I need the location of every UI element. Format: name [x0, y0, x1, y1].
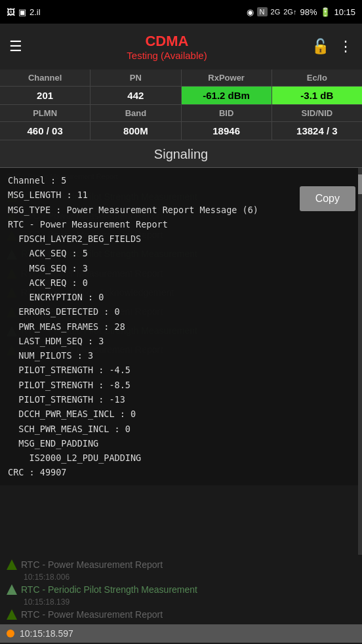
below-item-power2: RTC - Power Measurement Report: [0, 607, 362, 622]
below-item-pilot: RTC - Periodic Pilot Strength Measuremen…: [0, 582, 362, 597]
top-bar: ☰ CDMA Testing (Available) 🔓 ⋮: [0, 24, 362, 70]
bid-value: 18946: [182, 122, 272, 140]
image-icon: 🖼: [7, 7, 15, 17]
hamburger-menu-button[interactable]: ☰: [9, 38, 22, 55]
more-options-icon[interactable]: ⋮: [338, 38, 353, 55]
below-item-time1: 10:15:18.006: [0, 572, 362, 582]
msg-line-1: Channel : 5: [8, 173, 354, 188]
battery-level: 98%: [300, 7, 317, 17]
status-right: ◉ N 2G 2G↑ 98% 🔋 10:15: [247, 7, 355, 17]
msg-line-18: SCH_PWR_MEAS_INCL : 0: [8, 422, 354, 436]
network-2g-icon: 2G: [271, 8, 281, 16]
msg-line-9: ENCRYPTION : 0: [8, 290, 354, 304]
channel-header: Channel: [0, 70, 90, 86]
msg-line-4: RTC - Power Measurement Report: [8, 217, 354, 231]
nfc-badge: N: [257, 7, 268, 16]
scrollbar-thumb: [358, 174, 362, 194]
msg-line-20: IS2000_L2_PDU_PADDING: [8, 451, 354, 465]
band-header: Band: [90, 105, 181, 121]
rxpower-value: -61.2 dBm: [182, 87, 272, 104]
bottom-timestamp-bar: 10:15:18.597: [0, 624, 362, 643]
battery-icon: 🔋: [320, 7, 331, 17]
below-item-time2: 10:15:18.139: [0, 597, 362, 607]
msg-line-12: LAST_HDM_SEQ : 3: [8, 334, 354, 348]
info-grid: Channel PN RxPower Ec/Io 201 442 -61.2 d…: [0, 70, 362, 140]
msg-line-21: CRC : 49907: [8, 465, 354, 479]
msg-line-19: MSG_END_PADDING: [8, 436, 354, 451]
signal-text: 2.il: [30, 7, 41, 17]
signal-icon: ▣: [18, 7, 26, 17]
below-items: RTC - Power Measurement Report 10:15:18.…: [0, 555, 362, 624]
copy-button[interactable]: Copy: [300, 186, 355, 211]
rxpower-header: RxPower: [182, 70, 272, 86]
msg-line-5: FDSCH_LAYER2_BEG_FIELDS: [8, 231, 354, 246]
app-subtitle: Testing (Available): [127, 50, 207, 61]
sidnid-value: 13824 / 3: [272, 122, 362, 140]
status-bar: 🖼 ▣ 2.il ◉ N 2G 2G↑ 98% 🔋 10:15: [0, 0, 362, 24]
msg-line-6: ACK_SEQ : 5: [8, 246, 354, 260]
orange-dot: [7, 630, 14, 637]
sidnid-header: SID/NID: [272, 105, 362, 121]
info-header-row2: PLMN Band BID SID/NID: [0, 104, 362, 121]
lock-icon: 🔓: [312, 38, 329, 55]
scrollbar[interactable]: [358, 168, 362, 555]
msg-line-14: PILOT_STRENGTH : -4.5: [8, 363, 354, 377]
status-left: 🖼 ▣ 2.il: [7, 7, 41, 17]
msg-line-15: PILOT_STRENGTH : -8.5: [8, 378, 354, 392]
ecio-header: Ec/Io: [272, 70, 362, 86]
info-value-row2: 460 / 03 800M 18946 13824 / 3: [0, 121, 362, 140]
msg-line-17: DCCH_PWR_MEAS_INCL : 0: [8, 407, 354, 421]
bid-header: BID: [182, 105, 272, 121]
msg-line-10: ERRORS_DETECTED : 0: [8, 304, 354, 319]
info-value-row1: 201 442 -61.2 dBm -3.1 dB: [0, 86, 362, 104]
msg-line-13: NUM_PILOTS : 3: [8, 348, 354, 363]
info-header-row: Channel PN RxPower Ec/Io: [0, 70, 362, 86]
msg-line-7: MSG_SEQ : 3: [8, 261, 354, 275]
plmn-header: PLMN: [0, 105, 90, 121]
below-item-power: RTC - Power Measurement Report: [0, 557, 362, 572]
signaling-title: Signaling: [0, 140, 362, 168]
content-area[interactable]: RTC - Power Measurement Report RTC - Per…: [0, 168, 362, 555]
plmn-value: 460 / 03: [0, 122, 90, 140]
band-value: 800M: [90, 122, 181, 140]
app-title-cdma: CDMA: [127, 33, 207, 50]
pn-value: 442: [90, 87, 181, 104]
gps-icon: ◉: [247, 7, 254, 17]
network-2g-up-icon: 2G↑: [283, 8, 296, 16]
app-title: CDMA Testing (Available): [127, 33, 207, 61]
msg-line-8: ACK_REQ : 0: [8, 275, 354, 290]
msg-line-11: PWR_MEAS_FRAMES : 28: [8, 319, 354, 334]
channel-value: 201: [0, 87, 90, 104]
top-bar-actions: 🔓 ⋮: [312, 38, 353, 55]
pn-header: PN: [90, 70, 181, 86]
ecio-value: -3.1 dB: [272, 87, 362, 104]
time-display: 10:15: [334, 7, 355, 17]
timestamp-value: 10:15:18.597: [20, 628, 73, 639]
msg-line-16: PILOT_STRENGTH : -13: [8, 392, 354, 407]
message-detail-box: Channel : 5 MSG_LENGTH : 11 MSG_TYPE : P…: [0, 168, 362, 485]
